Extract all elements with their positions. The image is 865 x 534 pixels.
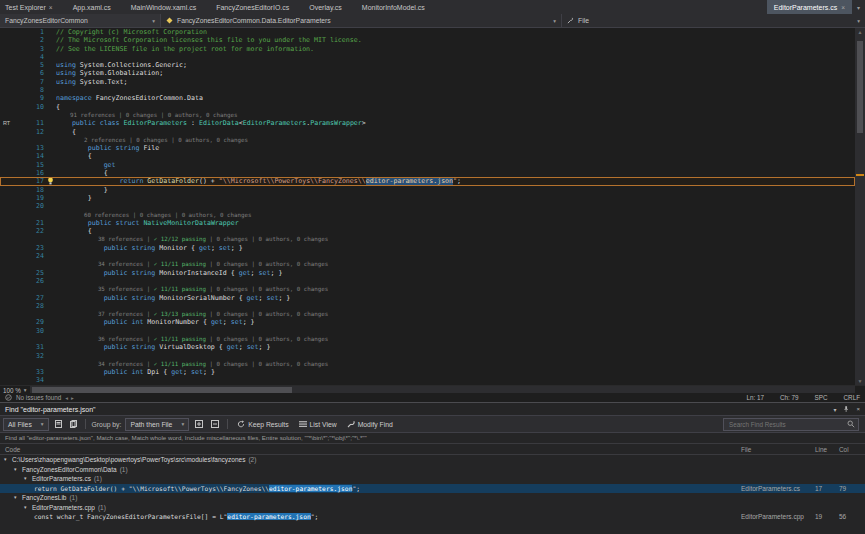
scroll-down-arrow-icon[interactable]: ▼ <box>855 377 865 385</box>
expand-all-icon[interactable] <box>193 420 205 428</box>
window-menu-chevron-icon[interactable]: ▾ <box>833 406 836 413</box>
code-line[interactable]: RT11 public class EditorParameters : Edi… <box>0 119 855 127</box>
find-group-row[interactable]: ▾EditorParameters.cpp(1) <box>0 503 865 513</box>
find-group-row[interactable]: ▾C:\Users\zhaopengwang\Desktop\powertoys… <box>0 455 865 465</box>
tab-close-icon[interactable]: × <box>841 4 845 11</box>
code-line[interactable]: 34 <box>0 376 855 384</box>
code-line[interactable]: 24 <box>0 252 855 260</box>
codelens-row[interactable]: 91 references | 0 changes | 0 authors, 0… <box>0 111 855 119</box>
expand-arrow-icon[interactable]: ▾ <box>24 474 32 484</box>
code-line[interactable]: 23 public string Monitor { get; set; } <box>0 244 855 252</box>
group-by-dropdown[interactable]: Path then File ▾ <box>125 418 189 431</box>
code-line[interactable]: 10{ <box>0 103 855 111</box>
file-tab[interactable]: MainWindow.xaml.cs <box>126 0 201 14</box>
code-line[interactable]: 19 } <box>0 194 855 202</box>
expand-arrow-icon[interactable]: ▾ <box>4 455 12 465</box>
scroll-up-arrow-icon[interactable]: ▲ <box>855 28 865 36</box>
code-line[interactable]: 7using System.Text; <box>0 78 855 86</box>
scope-dropdown[interactable]: All Files ▾ <box>3 418 49 431</box>
expand-arrow-icon[interactable]: ▾ <box>24 503 32 513</box>
code-line[interactable]: 31 public string VirtualDesktop { get; s… <box>0 343 855 351</box>
column-header-file[interactable]: File <box>741 446 815 453</box>
code-line[interactable]: 15 get <box>0 161 855 169</box>
find-results-search[interactable] <box>723 418 859 431</box>
expand-arrow-icon[interactable]: ▾ <box>14 493 22 503</box>
search-input[interactable] <box>727 420 847 429</box>
codelens-row[interactable]: 35 references | ✓ 11/11 passing | 0 chan… <box>0 285 855 293</box>
collapse-all-icon[interactable] <box>209 420 221 428</box>
codelens-row[interactable]: 37 references | ✓ 13/13 passing | 0 chan… <box>0 310 855 318</box>
code-line[interactable]: 27 public string MonitorSerialNumber { g… <box>0 294 855 302</box>
code-line[interactable]: 28 <box>0 302 855 310</box>
code-line[interactable]: 17 return GetDataFolder() + "\\Microsoft… <box>0 177 855 185</box>
code-line[interactable]: 32 <box>0 352 855 360</box>
code-line[interactable]: 30 <box>0 327 855 335</box>
file-tab[interactable]: Overlay.cs <box>304 0 347 14</box>
copy-results-icon[interactable] <box>68 420 79 428</box>
tab-close-icon[interactable]: × <box>49 4 53 11</box>
file-tab[interactable]: FancyZonesEditorIO.cs <box>211 0 294 14</box>
scrollbar-thumb[interactable] <box>857 41 863 133</box>
type-dropdown[interactable]: FancyZonesEditorCommon.Data.EditorParame… <box>161 14 562 27</box>
codelens-row[interactable]: 36 references | ✓ 11/11 passing | 0 chan… <box>0 335 855 343</box>
code-line[interactable]: 1// Copyright (c) Microsoft Corporation <box>0 28 855 36</box>
code-line[interactable]: 33 public int Dpi { get; set; } <box>0 368 855 376</box>
prev-next-issue-icons[interactable]: ◂▸ <box>65 395 77 401</box>
find-group-row[interactable]: ▾FancyZonesEditorCommon\Data(1) <box>0 465 865 475</box>
expand-arrow-icon[interactable]: ▾ <box>14 465 22 475</box>
code-line[interactable]: 29 public int MonitorNumber { get; set; … <box>0 318 855 326</box>
column-header-code[interactable]: Code <box>0 446 741 453</box>
list-view-button[interactable]: List View <box>296 418 340 430</box>
code-line[interactable]: 5using System.Collections.Generic; <box>0 61 855 69</box>
codelens-row[interactable]: 34 references | ✓ 11/11 passing | 0 chan… <box>0 260 855 268</box>
keep-results-button[interactable]: Keep Results <box>234 418 291 430</box>
code-line[interactable]: 12 { <box>0 128 855 136</box>
code-line[interactable]: 8 <box>0 86 855 94</box>
find-result-row[interactable]: const wchar_t FancyZonesEditorParameters… <box>0 512 865 522</box>
column-header-col[interactable]: Col <box>839 446 865 453</box>
code-line[interactable]: 21 public struct NativeMonitorDataWrappe… <box>0 219 855 227</box>
open-file-icon[interactable] <box>53 420 64 428</box>
code-line[interactable]: 25 public string MonitorInstanceId { get… <box>0 269 855 277</box>
active-file-tab[interactable]: EditorParameters.cs × <box>767 0 852 14</box>
code-line[interactable]: 3// See the LICENSE file in the project … <box>0 45 855 53</box>
codelens-row[interactable]: 60 references | 0 changes | 0 authors, 0… <box>0 211 855 219</box>
status-line-ending[interactable]: CRLF <box>844 394 860 401</box>
codelens-row[interactable]: 38 references | ✓ 12/12 passing | 0 chan… <box>0 235 855 243</box>
project-dropdown[interactable]: FancyZonesEditorCommon ▾ <box>0 14 161 27</box>
modify-find-button[interactable]: Modify Find <box>344 418 396 430</box>
column-header-line[interactable]: Line <box>815 446 839 453</box>
tab-list-chevron-icon[interactable]: ▾ <box>857 4 860 11</box>
quick-actions-lightbulb-icon[interactable] <box>44 177 56 185</box>
code-line[interactable]: 2// The Microsoft Corporation licenses t… <box>0 36 855 44</box>
code-line[interactable]: 22 { <box>0 227 855 235</box>
find-panel-header[interactable]: Find "editor-parameters.json" ▾ × <box>0 403 865 415</box>
find-group-row[interactable]: ▾FancyZonesLib(1) <box>0 493 865 503</box>
code-line[interactable]: 9namespace FancyZonesEditorCommon.Data <box>0 94 855 102</box>
member-dropdown[interactable]: File ▾ <box>562 14 865 27</box>
code-line[interactable]: 13 public string File <box>0 144 855 152</box>
file-tab[interactable]: App.xaml.cs <box>68 0 116 14</box>
health-indicator[interactable]: No issues found ◂▸ <box>5 394 77 401</box>
status-space-mode[interactable]: SPC <box>815 394 828 401</box>
glyph-margin <box>44 194 56 202</box>
editor-vertical-scrollbar[interactable]: ▲ ▼ <box>855 28 865 385</box>
file-tab[interactable]: MonitorInfoModel.cs <box>357 0 430 14</box>
code-line[interactable]: 26 <box>0 277 855 285</box>
code-line[interactable]: 18 } <box>0 186 855 194</box>
code-line[interactable]: 6using System.Globalization; <box>0 69 855 77</box>
code-line[interactable]: 16 { <box>0 169 855 177</box>
code-text: public string VirtualDesktop { get; set;… <box>56 343 855 351</box>
codelens-row[interactable]: 2 references | 0 changes | 0 authors, 0 … <box>0 136 855 144</box>
codelens-row[interactable]: 34 references | ✓ 11/11 passing | 0 chan… <box>0 360 855 368</box>
code-line[interactable]: 14 { <box>0 152 855 160</box>
pin-icon[interactable] <box>843 405 849 413</box>
code-line[interactable]: 20 <box>0 202 855 210</box>
code-line[interactable]: 4 <box>0 53 855 61</box>
code-editor[interactable]: 1// Copyright (c) Microsoft Corporation2… <box>0 28 855 385</box>
code-text: public class EditorParameters : EditorDa… <box>56 119 855 127</box>
file-tab[interactable]: Test Explorer× <box>0 0 58 14</box>
find-group-row[interactable]: ▾EditorParameters.cs(1) <box>0 474 865 484</box>
find-result-row[interactable]: return GetDataFolder() + "\\Microsoft\\P… <box>0 484 865 494</box>
close-icon[interactable]: × <box>856 406 860 412</box>
